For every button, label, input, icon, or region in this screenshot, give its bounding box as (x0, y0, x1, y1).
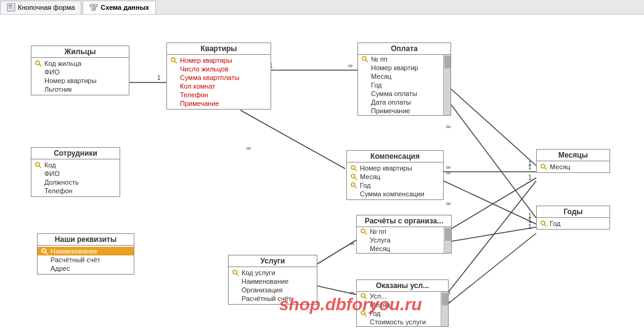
titlebar: Кнопочная форма Схема данных (0, 0, 644, 15)
svg-line-47 (39, 64, 41, 66)
table-raschety-scroll-container: № пп Услуга Месяц (357, 227, 451, 253)
table-gody: Годы Год (536, 206, 610, 230)
field-mesyacy-1: Месяц (537, 162, 609, 171)
svg-line-27 (444, 181, 536, 224)
table-okazany-scroll-container: Усл... Месяц Год Стоимость услуги (357, 292, 448, 326)
raschety-scrollbar[interactable] (444, 227, 451, 253)
svg-rect-3 (9, 8, 13, 9)
key-icon-11 (361, 292, 368, 300)
okazany-scrollbar[interactable] (441, 292, 448, 326)
svg-text:∞: ∞ (446, 123, 450, 130)
field-raschety-2: Услуга (357, 236, 444, 244)
svg-text:1: 1 (528, 174, 532, 181)
tab-schema[interactable]: Схема данных (83, 1, 156, 14)
field-komp-4: Сумма компенсации (347, 190, 443, 198)
field-sotrudniki-4: Телефон (31, 187, 120, 195)
svg-rect-5 (94, 4, 97, 7)
svg-text:1: 1 (528, 223, 532, 230)
table-okazany-title: Оказаны усл... (357, 280, 448, 292)
table-mesyacy-body: Месяц (537, 161, 609, 172)
svg-line-51 (365, 60, 368, 62)
table-mesyacy-title: Месяцы (537, 150, 609, 161)
svg-line-41 (444, 233, 536, 307)
table-oplata-fields: № пп Номер квартир Месяц Год Сумма оплат… (358, 55, 443, 115)
table-okazany-fields: Усл... Месяц Год Стоимость услуги (357, 292, 441, 326)
table-oplata-scroll-container: № пп Номер квартир Месяц Год Сумма оплат… (358, 55, 450, 115)
field-uslugi-4: Расчётный счёт (229, 294, 317, 303)
svg-line-53 (39, 166, 41, 168)
table-kompensaciya-title: Компенсация (347, 151, 443, 162)
svg-text:1: 1 (528, 212, 532, 219)
key-icon-10 (361, 228, 368, 235)
oplata-scrollbar[interactable] (443, 55, 450, 115)
svg-text:∞: ∞ (350, 289, 354, 296)
svg-line-16 (240, 110, 345, 169)
oplata-scrollbar-thumb[interactable] (444, 56, 450, 68)
field-kvartiry-4: Кол комнат (167, 82, 271, 90)
table-raschety-title: Расчёты с организа... (357, 215, 451, 227)
key-icon (35, 60, 43, 67)
svg-line-49 (174, 61, 177, 63)
table-oplata-title: Оплата (358, 43, 450, 55)
table-uslugi: Услуги Код услуги Наименование Организац… (228, 255, 317, 305)
svg-line-18 (444, 82, 536, 166)
field-komp-1: Номер квартиры (347, 164, 443, 172)
table-sotrudniki-title: Сотрудники (31, 148, 120, 159)
table-uslugi-body: Код услуги Наименование Организация Расч… (229, 267, 317, 304)
tab-form-label: Кнопочная форма (18, 4, 75, 11)
table-sotrudniki: Сотрудники Код ФИО Должность Телефон (31, 147, 120, 197)
svg-line-39 (444, 181, 536, 298)
field-nashi-1: Наименование (38, 247, 134, 255)
okazany-scrollbar-thumb[interactable] (442, 293, 448, 305)
field-sotrudniki-2: ФИО (31, 169, 120, 178)
svg-line-63 (236, 273, 238, 276)
svg-text:∞: ∞ (247, 145, 251, 151)
field-zhiltsy-4: Льготник (31, 85, 129, 94)
table-okazany: Оказаны усл... Усл... Месяц Год Стоимост… (356, 279, 449, 327)
key-icon-6 (351, 173, 358, 180)
field-uslugi-3: Организация (229, 286, 317, 294)
field-zhiltsy-3: Номер квартиры (31, 76, 129, 85)
field-komp-2: Месяц (347, 172, 443, 181)
svg-line-21 (444, 95, 536, 218)
svg-rect-4 (90, 4, 93, 7)
field-oplata-7: Примечание (358, 106, 443, 115)
svg-line-36 (444, 227, 536, 243)
table-zhiltsy-body: Код жильца ФИО Номер квартиры Льготник (31, 58, 129, 95)
table-kompensaciya-body: Номер квартиры Месяц Год Сумма компенсац… (347, 162, 443, 199)
svg-line-59 (354, 186, 357, 188)
table-raschety: Расчёты с организа... № пп Услуга Месяц (356, 215, 452, 254)
key-icon-5 (351, 164, 358, 172)
field-kvartiry-1: Номер квартиры (167, 56, 271, 65)
tab-form[interactable]: Кнопочная форма (0, 1, 81, 14)
svg-line-73 (544, 224, 547, 227)
table-zhiltsy-title: Жильцы (31, 46, 129, 58)
field-okazany-2: Месяц (357, 300, 441, 309)
tab-schema-label: Схема данных (100, 4, 149, 11)
field-okazany-3: Год (357, 309, 441, 318)
svg-rect-2 (9, 7, 13, 7)
key-icon-13 (540, 163, 548, 171)
schema-canvas: ∞ 1 1 ∞ ∞ ∞ 1 ∞ 1 ∞ 1 ∞ 1 (0, 15, 644, 333)
svg-text:1: 1 (528, 217, 532, 224)
svg-text:1: 1 (157, 74, 161, 81)
table-raschety-fields: № пп Услуга Месяц (357, 227, 444, 253)
svg-text:1: 1 (528, 160, 532, 167)
table-sotrudniki-body: Код ФИО Должность Телефон (31, 159, 120, 196)
field-oplata-6: Дата оплаты (358, 98, 443, 106)
field-oplata-1: № пп (358, 55, 443, 63)
svg-line-65 (364, 232, 367, 235)
field-raschety-1: № пп (357, 227, 444, 236)
key-icon-2 (171, 57, 178, 64)
svg-line-57 (354, 177, 357, 180)
raschety-scrollbar-thumb[interactable] (445, 228, 451, 241)
svg-line-67 (364, 297, 367, 299)
field-sotrudniki-1: Код (31, 161, 120, 169)
field-nashi-3: Адрес (38, 264, 134, 273)
table-mesyacy: Месяцы Месяц (536, 149, 610, 173)
table-gody-body: Год (537, 218, 609, 229)
table-nashi-title: Наши реквизиты (38, 234, 134, 246)
table-kvartiry: Квартиры Номер квартиры Число жильцов Су… (166, 42, 271, 110)
key-icon-12 (361, 310, 368, 317)
field-oplata-3: Месяц (358, 72, 443, 81)
